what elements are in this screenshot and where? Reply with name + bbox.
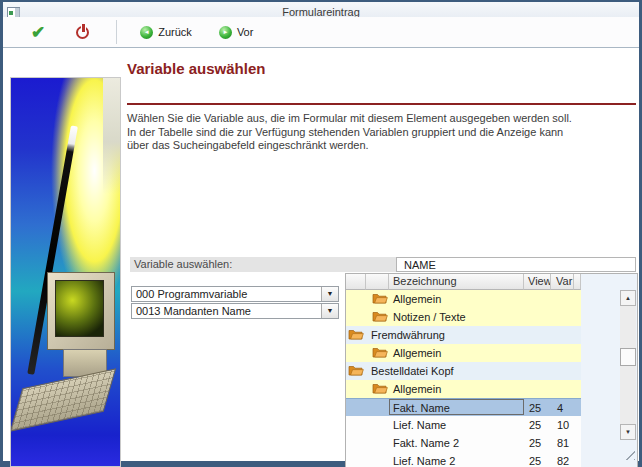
row-label: Fakt. Name 2	[393, 434, 459, 452]
window-icon	[7, 4, 20, 15]
toolbar: ✔ ◄ Zurück ► Vor	[3, 17, 639, 48]
page-title: Variable auswählen	[127, 60, 265, 77]
dropdown-value: 0013 Mandanten Name	[136, 304, 251, 318]
decorative-image	[10, 77, 121, 467]
table-row[interactable]: Fakt. Name254	[346, 398, 581, 416]
variables-grid: Bezeichnung View Var Allgemein Notizen /…	[345, 273, 638, 467]
column-header-var[interactable]: Var	[551, 274, 574, 290]
vertical-scrollbar[interactable]: ▲ ▼	[620, 290, 636, 440]
folder-icon	[372, 382, 388, 395]
table-row[interactable]: Allgemein	[346, 380, 581, 398]
forward-label: Vor	[237, 26, 254, 38]
content-area: Variable auswählen Wählen Sie die Variab…	[3, 49, 639, 461]
dropdown-value: 000 Programmvariable	[136, 287, 247, 301]
row-var-value: 82	[557, 452, 569, 467]
cancel-button[interactable]	[75, 24, 91, 40]
computer-monitor-graphic	[47, 272, 115, 350]
row-label: Fremdwährung	[371, 326, 445, 344]
table-row[interactable]: Lief. Name 22582	[346, 452, 581, 467]
row-label: Lief. Name	[393, 416, 446, 434]
description-line: In der Tabelle sind die zur Verfügung st…	[127, 126, 572, 140]
column-header-empty	[366, 274, 389, 290]
check-icon: ✔	[31, 24, 45, 41]
window-body: ✔ ◄ Zurück ► Vor	[3, 17, 639, 461]
scroll-up-button[interactable]: ▲	[620, 290, 636, 306]
grid-header: Bezeichnung View Var	[346, 274, 581, 290]
image-corner	[103, 78, 120, 194]
table-row[interactable]: Fakt. Name 22581	[346, 434, 581, 452]
table-row[interactable]: Fremdwährung	[346, 326, 581, 344]
back-label: Zurück	[158, 26, 192, 38]
table-row[interactable]: Allgemein	[346, 344, 581, 362]
row-view-value: 25	[529, 416, 541, 434]
back-icon: ◄	[140, 26, 153, 39]
formulareintrag-window: Formulareintrag ✔ ◄ Zurück ► Vor	[0, 0, 642, 467]
heading-rule	[127, 103, 636, 105]
row-var-value: 81	[557, 434, 569, 452]
variable-group-dropdown[interactable]: 000 Programmvariable ▼	[131, 286, 339, 302]
description-line: Wählen Sie die Variable aus, die im Form…	[127, 112, 572, 126]
row-label: Allgemein	[393, 290, 441, 308]
monitor-screen-graphic	[55, 280, 104, 337]
row-label: Bestelldatei Kopf	[371, 362, 454, 380]
keyboard-graphic	[10, 368, 116, 432]
column-header-empty	[574, 274, 581, 290]
row-var-value: 4	[557, 399, 563, 417]
row-view-value: 25	[529, 399, 541, 417]
table-row[interactable]: Notizen / Texte	[346, 308, 581, 326]
row-label: Lief. Name 2	[393, 452, 455, 467]
table-row[interactable]: Allgemein	[346, 290, 581, 308]
column-header-bezeichnung[interactable]: Bezeichnung	[389, 274, 524, 290]
power-icon	[75, 24, 91, 40]
row-label: Allgemein	[393, 344, 441, 362]
row-view-value: 25	[529, 434, 541, 452]
back-button[interactable]: ◄ Zurück	[140, 26, 192, 39]
row-var-value: 10	[557, 416, 569, 434]
row-label: Allgemein	[393, 380, 441, 398]
table-row[interactable]: Bestelldatei Kopf	[346, 362, 581, 380]
variables-grid-rows: Allgemein Notizen / Texte Fremdwährung A…	[346, 290, 581, 467]
chevron-down-icon[interactable]: ▼	[321, 304, 338, 318]
variable-name-dropdown[interactable]: 0013 Mandanten Name ▼	[131, 303, 339, 319]
description: Wählen Sie die Variable aus, die im Form…	[127, 112, 572, 153]
scrollbar-thumb[interactable]	[620, 348, 636, 366]
folder-icon	[372, 310, 388, 323]
scroll-down-button[interactable]: ▼	[620, 424, 636, 440]
folder-icon	[348, 364, 364, 377]
column-header-view[interactable]: View	[524, 274, 551, 290]
folder-icon	[372, 346, 388, 359]
folder-icon	[348, 328, 364, 341]
row-view-value: 25	[529, 452, 541, 467]
description-line: über das Sucheingabefeld eingeschränkt w…	[127, 139, 572, 153]
folder-icon	[372, 292, 388, 305]
forward-icon: ►	[219, 26, 232, 39]
search-input[interactable]	[396, 257, 636, 272]
window-titlebar[interactable]: Formulareintrag	[3, 2, 639, 17]
ok-button[interactable]: ✔	[31, 24, 45, 41]
variable-select-label: Variable auswählen:	[130, 257, 396, 272]
column-header-empty	[346, 274, 366, 290]
focused-cell	[389, 399, 524, 415]
forward-button[interactable]: ► Vor	[219, 26, 254, 39]
table-row[interactable]: Lief. Name2510	[346, 416, 581, 434]
chevron-down-icon[interactable]: ▼	[321, 287, 338, 301]
row-label: Notizen / Texte	[393, 308, 466, 326]
toolbar-separator	[116, 20, 117, 44]
